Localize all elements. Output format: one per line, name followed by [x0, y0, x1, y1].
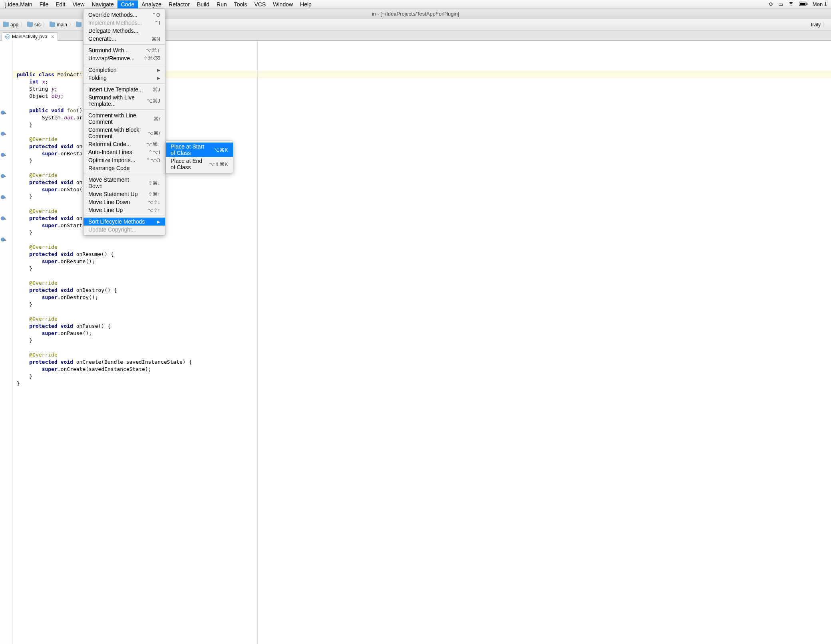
- override-gutter-icon[interactable]: [1, 195, 5, 199]
- menubar-navigate[interactable]: Navigate: [88, 0, 117, 8]
- menu-shortcut: ⌥⌘K: [213, 147, 228, 153]
- override-gutter-icon[interactable]: [1, 216, 5, 220]
- sort-lifecycle-submenu: Place at Start of Class⌥⌘KPlace at End o…: [165, 141, 233, 173]
- menu-item-label: Move Statement Down: [88, 176, 143, 189]
- menubar-view[interactable]: View: [69, 0, 88, 8]
- menu-item-comment-with-block-comment[interactable]: Comment with Block Comment⌥⌘/: [83, 126, 165, 140]
- menu-item-folding[interactable]: Folding▶: [83, 74, 165, 82]
- breadcrumb-activity[interactable]: tivity: [810, 22, 821, 28]
- folder-icon: [50, 22, 55, 27]
- breadcrumb-main[interactable]: main: [49, 22, 68, 28]
- menubar-status-area: ⟳ ▭ Mon 1: [769, 1, 829, 7]
- menubar-vcs[interactable]: VCS: [250, 0, 269, 8]
- menu-item-override-methods[interactable]: Override Methods...⌃O: [83, 11, 165, 19]
- close-icon[interactable]: ✕: [49, 34, 54, 40]
- folder-icon: [76, 22, 82, 27]
- menubar-run[interactable]: Run: [213, 0, 231, 8]
- menu-item-label: Surround with Live Template...: [88, 94, 142, 107]
- menu-item-move-line-down[interactable]: Move Line Down⌥⇧↓: [83, 198, 165, 206]
- submenu-item-place-at-start-of-class[interactable]: Place at Start of Class⌥⌘K: [166, 143, 233, 157]
- menu-item-label: Folding: [88, 75, 107, 81]
- menu-item-insert-live-template[interactable]: Insert Live Template...⌘J: [83, 85, 165, 93]
- submenu-item-place-at-end-of-class[interactable]: Place at End of Class⌥⇧⌘K: [166, 157, 233, 171]
- menubar-edit[interactable]: Edit: [52, 0, 69, 8]
- breadcrumb-src[interactable]: src: [26, 22, 42, 28]
- sync-icon[interactable]: ⟳: [769, 1, 773, 7]
- menu-item-surround-with-live-template[interactable]: Surround with Live Template...⌥⌘J: [83, 93, 165, 108]
- svg-rect-3: [807, 3, 807, 5]
- menu-shortcut: ⌥⌘L: [146, 141, 160, 147]
- menu-shortcut: ⌥⌘/: [147, 130, 160, 136]
- menu-item-label: Place at End of Class: [171, 158, 204, 170]
- breadcrumb-separator: 〉: [19, 21, 26, 28]
- menu-item-rearrange-code[interactable]: Rearrange Code: [83, 164, 165, 172]
- menu-item-label: Sort Lifecycle Methods: [88, 218, 145, 225]
- override-gutter-icon[interactable]: [1, 132, 5, 136]
- menu-item-auto-indent-lines[interactable]: Auto-Indent Lines⌃⌥I: [83, 148, 165, 156]
- menu-item-label: Generate...: [88, 36, 116, 42]
- menu-separator: [83, 64, 165, 64]
- submenu-arrow-icon: ▶: [157, 76, 160, 80]
- breadcrumb-app[interactable]: app: [2, 22, 19, 28]
- menubar-analyze[interactable]: Analyze: [138, 0, 165, 8]
- menubar-window[interactable]: Window: [269, 0, 296, 8]
- menu-shortcut: ⌃⌥I: [148, 149, 160, 155]
- override-gutter-icon[interactable]: [1, 153, 5, 157]
- menu-item-label: Rearrange Code: [88, 165, 130, 171]
- menu-shortcut: ⌘J: [153, 87, 161, 93]
- menu-item-reformat-code[interactable]: Reformat Code...⌥⌘L: [83, 140, 165, 148]
- menu-item-label: Update Copyright...: [88, 226, 137, 233]
- battery-icon[interactable]: [799, 1, 808, 7]
- menu-item-move-line-up[interactable]: Move Line Up⌥⇧↑: [83, 206, 165, 214]
- menu-item-unwrap-remove[interactable]: Unwrap/Remove...⇧⌘⌫: [83, 54, 165, 62]
- menubar-tools[interactable]: Tools: [231, 0, 251, 8]
- editor-tab[interactable]: C MainActivity.java ✕: [2, 32, 58, 41]
- svg-point-0: [791, 5, 791, 6]
- menu-separator: [83, 216, 165, 216]
- menu-item-optimize-imports[interactable]: Optimize Imports...⌃⌥O: [83, 156, 165, 164]
- menu-item-delegate-methods[interactable]: Delegate Methods...: [83, 27, 165, 35]
- menu-item-label: Unwrap/Remove...: [88, 55, 135, 61]
- wifi-icon[interactable]: [788, 1, 794, 7]
- menu-item-label: Move Statement Up: [88, 191, 138, 197]
- override-gutter-icon[interactable]: [1, 238, 5, 242]
- menu-item-generate[interactable]: Generate...⌘N: [83, 35, 165, 43]
- mac-menubar: j.idea.Main File Edit View Navigate Code…: [0, 0, 831, 9]
- menu-item-sort-lifecycle-methods[interactable]: Sort Lifecycle Methods▶: [83, 218, 165, 226]
- menubar-file[interactable]: File: [36, 0, 52, 8]
- menubar-refactor[interactable]: Refactor: [165, 0, 193, 8]
- menu-shortcut: ⌥⇧↓: [147, 199, 161, 205]
- menu-item-move-statement-down[interactable]: Move Statement Down⇧⌘↓: [83, 176, 165, 190]
- override-gutter-icon[interactable]: [1, 111, 5, 115]
- class-icon: C: [5, 34, 10, 39]
- menu-item-label: Place at Start of Class: [171, 143, 209, 156]
- menu-item-label: Comment with Line Comment: [88, 112, 149, 125]
- breadcrumb-separator: 〉: [821, 21, 829, 28]
- menu-item-update-copyright: Update Copyright...: [83, 226, 165, 234]
- override-gutter-icon[interactable]: [1, 174, 5, 178]
- menubar-code[interactable]: Code: [117, 0, 138, 8]
- menu-separator: [83, 83, 165, 84]
- editor-gutter[interactable]: [0, 41, 13, 644]
- menu-item-implement-methods: Implement Methods...⌃I: [83, 19, 165, 27]
- menubar-build[interactable]: Build: [193, 0, 213, 8]
- menu-item-surround-with[interactable]: Surround With...⌥⌘T: [83, 46, 165, 54]
- menu-item-label: Override Methods...: [88, 12, 137, 18]
- menu-shortcut: ⌥⌘J: [147, 98, 161, 104]
- submenu-arrow-icon: ▶: [157, 68, 160, 72]
- menu-shortcut: ⌃⌥O: [146, 157, 160, 163]
- menu-shortcut: ⇧⌘↓: [148, 180, 161, 186]
- airplay-icon[interactable]: ▭: [778, 1, 783, 7]
- code-menu-dropdown: Override Methods...⌃OImplement Methods..…: [83, 9, 165, 236]
- menu-item-completion[interactable]: Completion▶: [83, 66, 165, 74]
- breadcrumb-separator: 〉: [68, 21, 75, 28]
- submenu-arrow-icon: ▶: [157, 220, 160, 224]
- menu-separator: [83, 44, 165, 45]
- menu-item-label: Completion: [88, 67, 117, 73]
- menubar-help[interactable]: Help: [296, 0, 315, 8]
- tab-label: MainActivity.java: [12, 34, 47, 40]
- menubar-app-name[interactable]: j.idea.Main: [2, 0, 36, 8]
- menubar-clock[interactable]: Mon 1: [813, 1, 827, 7]
- menu-item-comment-with-line-comment[interactable]: Comment with Line Comment⌘/: [83, 111, 165, 126]
- menu-item-move-statement-up[interactable]: Move Statement Up⇧⌘↑: [83, 190, 165, 198]
